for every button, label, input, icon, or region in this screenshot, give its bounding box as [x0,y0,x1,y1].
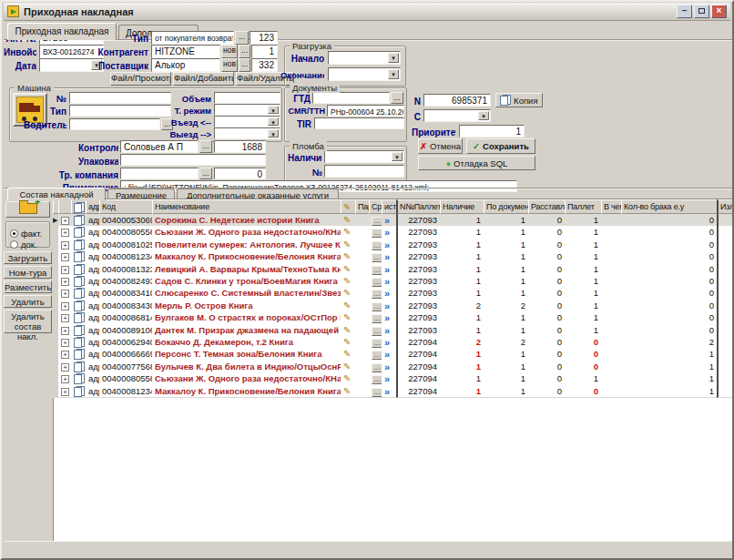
grid-header-bydoc[interactable]: По документу [484,199,529,214]
controller-code-input[interactable]: 1688 [214,140,266,153]
grid-cell-srs[interactable]: … [369,311,382,324]
grid-cell-inwhat[interactable] [601,239,622,251]
grid-cell-adr[interactable]: адр [86,214,100,227]
entry-select[interactable]: . . : : ▾ [214,116,280,127]
grid-cell-defects[interactable]: 0 [621,300,718,312]
grid-cell-ist[interactable]: » [382,348,397,361]
dropdown-arrow-icon[interactable]: ▾ [392,152,403,161]
grid-cell-inwhat[interactable] [601,348,622,361]
edit-pencil-icon[interactable]: ✎ [343,373,351,383]
grid-cell-qty[interactable]: 1 [440,385,484,398]
grid-cell-inwhat[interactable] [601,226,622,239]
grid-cell-code[interactable]: 00400083430 [99,300,153,312]
grid-cell-par[interactable] [355,263,370,276]
grid-cell-name[interactable]: Сьюзани Ж. Одного раза недостаточно/КНаВ… [152,372,342,385]
grid-cell-ist[interactable]: » [382,361,397,373]
grid-header-plus[interactable] [58,199,72,214]
grid-header-ist[interactable]: ист [382,199,397,214]
grid-header-pencil[interactable]: ✎ [341,199,356,214]
machine-num-input[interactable] [69,92,171,104]
grid-cell-qty[interactable]: 1 [440,287,484,300]
grid-cell-copy[interactable] [71,275,87,288]
grid-cell-code[interactable]: 00400083410 [99,287,153,300]
grid-cell-pencil[interactable]: ✎ [341,372,356,385]
grid-cell-placed[interactable]: 0 [528,226,566,239]
grid-cell-srs[interactable]: … [369,239,382,251]
grid-cell-par[interactable] [355,300,370,312]
grid-cell-adr[interactable]: адр [86,348,100,361]
grid-cell-inwhat[interactable] [601,311,622,324]
grid-cell-adr[interactable]: адр [86,324,100,337]
grid-cell-ist[interactable]: » [382,226,397,239]
dropdown-arrow-icon[interactable]: ▾ [478,111,489,120]
grid-cell-pallets[interactable]: 1 [565,300,602,312]
grid-cell-code[interactable]: 00400080556 [99,372,153,385]
grid-cell-inwhat[interactable] [601,214,622,227]
grid-cell-pencil[interactable]: ✎ [341,385,356,398]
tab-main[interactable]: Приходная накладная [7,23,117,40]
grid-cell-code[interactable]: 00400081234 [99,385,153,398]
grid-cell-palno[interactable]: 227093 [396,250,441,263]
grid-cell-defects[interactable]: 1 [621,348,718,361]
grid-header-name[interactable]: Наименование [152,199,342,214]
grid-cell-placed[interactable]: 0 [528,348,566,361]
grid-cell-placed[interactable]: 0 [528,263,566,276]
grid-cell-bydoc[interactable]: 1 [484,372,529,385]
grid-cell-srs[interactable]: … [369,300,382,312]
grid-cell-bydoc[interactable]: 1 [484,263,529,276]
grid-cell-excess[interactable] [717,226,734,239]
grid-cell-bydoc[interactable]: 1 [484,385,529,398]
grid-header-qty[interactable]: Наличие [440,199,484,214]
grid-cell-ist[interactable]: » [382,214,397,227]
edit-pencil-icon[interactable]: ✎ [343,386,351,396]
machine-type-input[interactable] [69,105,171,117]
driver-input[interactable] [69,118,160,130]
restore-button[interactable] [694,5,709,18]
grid-cell-plus[interactable]: + [58,361,72,373]
date-input[interactable]: 26.10.2011 7:33:14 ▾ [39,58,104,72]
grid-cell-qty[interactable]: 1 [440,311,484,324]
contragent-nov-button[interactable]: нов [221,45,238,58]
grid-cell-srs[interactable]: … [369,226,382,239]
seal-num-input[interactable] [324,165,404,178]
history-chevrons-icon[interactable]: » [384,337,389,348]
edit-pencil-icon[interactable]: ✎ [343,215,351,225]
history-chevrons-icon[interactable]: » [384,349,389,360]
grid-cell-plus[interactable]: + [58,226,72,239]
grid-cell-pallets[interactable]: 1 [565,263,602,276]
grid-cell-name[interactable]: Персонс Т. Темная зона/Белония Книга [152,348,342,361]
grid-cell-ist[interactable]: » [382,311,397,324]
grid-cell-bydoc[interactable]: 1 [484,239,529,251]
grid-cell-pallets[interactable]: 0 [565,361,602,373]
sql-debug-button[interactable]: ●Отладка SQL [418,156,535,170]
grid-header-copy[interactable] [71,199,87,214]
grid-cell-palno[interactable]: 227093 [396,214,441,227]
grid-cell-adr[interactable]: адр [86,239,100,251]
grid-cell-copy[interactable] [71,311,87,324]
grid-cell-bydoc[interactable]: 2 [484,336,529,349]
grid-cell-par[interactable] [355,275,370,288]
grid-cell-excess[interactable] [717,324,734,337]
grid-cell-excess[interactable] [717,385,734,398]
grid-cell-copy[interactable] [71,300,87,312]
grid-cell-code[interactable]: 00400077568 [99,361,153,373]
grid-cell-palno[interactable]: 227094 [396,348,441,361]
grid-cell-placed[interactable]: 0 [528,385,566,398]
grid-cell-qty[interactable]: 2 [440,300,484,312]
expand-icon[interactable]: + [61,290,69,298]
grid-cell-name[interactable]: Булычев К. Два билета в Индию/ОтцыОснРП … [152,361,342,373]
grid-cell-srs[interactable]: … [369,385,382,398]
grid-cell-code[interactable]: 00400062940 [99,336,153,349]
grid-cell-defects[interactable]: 1 [621,361,718,373]
edit-pencil-icon[interactable]: ✎ [343,300,351,311]
grid-cell-palno[interactable]: 227093 [396,239,441,251]
history-chevrons-icon[interactable]: » [384,312,389,323]
type-input[interactable]: от покупателя возврат [151,31,234,45]
grid-cell-qty[interactable]: 1 [440,348,484,361]
expand-icon[interactable]: + [61,229,69,237]
history-chevrons-icon[interactable]: » [384,251,389,262]
edit-pencil-icon[interactable]: ✎ [343,251,351,261]
grid-cell-par[interactable] [355,348,370,361]
unload-begin-input[interactable]: 25.10.2011 ▾ [328,51,401,65]
grid-cell-name[interactable]: Садов С. Клинки у трона/БоевМагия Книга [152,275,342,288]
